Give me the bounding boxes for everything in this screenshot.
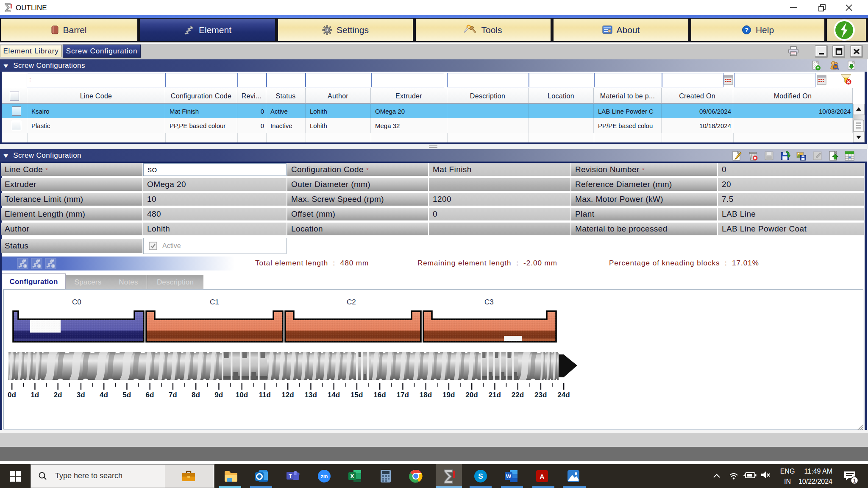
svg-text:9d: 9d — [214, 391, 223, 399]
svg-text:W: W — [506, 473, 512, 480]
svg-text:19d: 19d — [442, 391, 455, 399]
svg-text:?: ? — [745, 26, 748, 33]
svg-text:12d: 12d — [281, 391, 294, 399]
svg-text:10d: 10d — [236, 391, 248, 399]
svg-text:16d: 16d — [373, 391, 386, 399]
svg-text:4d: 4d — [100, 391, 108, 399]
svg-text:A: A — [540, 473, 545, 480]
svg-text:23d: 23d — [534, 391, 547, 399]
svg-text:21d: 21d — [489, 391, 501, 399]
svg-text:7d: 7d — [169, 391, 177, 399]
svg-text:11d: 11d — [259, 391, 271, 399]
svg-text:S: S — [478, 472, 483, 480]
svg-text:15d: 15d — [351, 391, 363, 399]
svg-text:T: T — [289, 473, 292, 479]
svg-text:22d: 22d — [512, 391, 524, 399]
svg-text:3d: 3d — [77, 391, 85, 399]
svg-text:14d: 14d — [328, 391, 340, 399]
svg-text:13d: 13d — [305, 391, 317, 399]
svg-text:2d: 2d — [54, 391, 62, 399]
svg-text:5d: 5d — [122, 391, 131, 399]
svg-text:zm: zm — [321, 474, 328, 480]
svg-text:1d: 1d — [31, 391, 39, 399]
svg-text:C3: C3 — [484, 298, 494, 306]
svg-text:24d: 24d — [557, 391, 570, 399]
svg-text:1: 1 — [853, 477, 856, 484]
svg-text:20d: 20d — [465, 391, 478, 399]
svg-text:C2: C2 — [347, 298, 356, 306]
svg-text:C1: C1 — [210, 298, 219, 306]
svg-text:6d: 6d — [146, 391, 154, 399]
svg-text:0d: 0d — [8, 391, 16, 399]
svg-text:X: X — [350, 473, 354, 480]
svg-text:8d: 8d — [192, 391, 200, 399]
svg-text:17d: 17d — [397, 391, 409, 399]
svg-text:18d: 18d — [420, 391, 432, 399]
svg-text:C0: C0 — [72, 298, 81, 306]
